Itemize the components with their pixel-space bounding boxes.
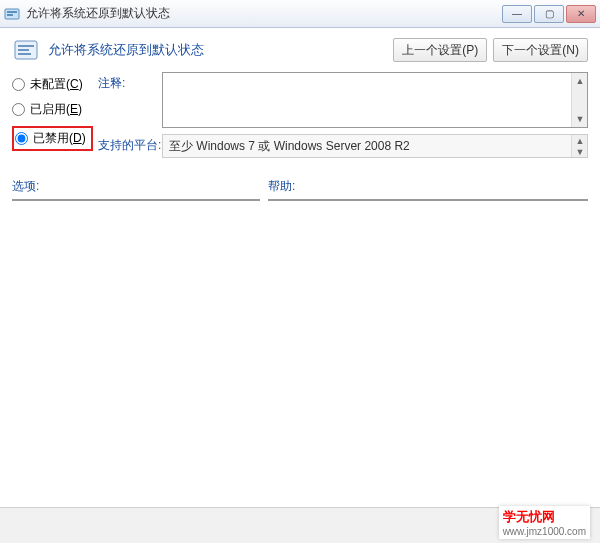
minimize-button[interactable]: —: [502, 5, 532, 23]
policy-icon: [12, 36, 40, 64]
close-button[interactable]: ✕: [566, 5, 596, 23]
svg-rect-4: [18, 45, 34, 47]
svg-rect-2: [7, 14, 13, 16]
maximize-button[interactable]: ▢: [534, 5, 564, 23]
scroll-down-icon[interactable]: ▼: [572, 199, 588, 200]
radio-disabled-input[interactable]: [15, 132, 28, 145]
page-title: 允许将系统还原到默认状态: [48, 41, 393, 59]
watermark-url: www.jmz1000.com: [503, 526, 586, 537]
disabled-highlight: 已禁用(D): [12, 126, 93, 151]
titlebar: 允许将系统还原到默认状态 — ▢ ✕: [0, 0, 600, 28]
options-panel: [12, 199, 260, 201]
state-radio-group: 未配置(C) 已启用(E) 已禁用(D): [12, 72, 98, 164]
help-panel: 要求: 至少 Windows 7 描述: 此策略设置可控制用户是否可访问 “恢复…: [268, 199, 588, 201]
watermark-overlay: 学无忧网 www.jmz1000.com: [499, 506, 590, 539]
help-content: 要求: 至少 Windows 7 描述: 此策略设置可控制用户是否可访问 “恢复…: [269, 200, 571, 201]
scroll-up-icon[interactable]: ▲: [572, 73, 588, 89]
radio-disabled[interactable]: 已禁用(D): [15, 130, 86, 147]
config-area: 未配置(C) 已启用(E) 已禁用(D) 注释: ▲: [0, 72, 600, 172]
help-label: 帮助:: [268, 178, 588, 195]
radio-enabled-input[interactable]: [12, 103, 25, 116]
scroll-up-icon[interactable]: ▲: [572, 200, 588, 201]
comment-scrollbar[interactable]: ▲ ▼: [571, 73, 587, 127]
scroll-down-icon[interactable]: ▼: [572, 146, 588, 157]
comment-textarea[interactable]: ▲ ▼: [162, 72, 588, 128]
app-icon: [4, 6, 20, 22]
previous-setting-button[interactable]: 上一个设置(P): [393, 38, 487, 62]
options-label: 选项:: [12, 178, 260, 195]
radio-not-configured[interactable]: 未配置(C): [12, 76, 98, 93]
header: 允许将系统还原到默认状态 上一个设置(P) 下一个设置(N): [0, 28, 600, 72]
window-title: 允许将系统还原到默认状态: [26, 5, 500, 22]
comment-label: 注释:: [98, 72, 162, 128]
svg-rect-6: [18, 53, 31, 55]
svg-rect-5: [18, 49, 29, 51]
watermark-brand: 学无忧网: [503, 509, 555, 524]
next-setting-button[interactable]: 下一个设置(N): [493, 38, 588, 62]
radio-not-configured-label: 未配置(C): [30, 76, 83, 93]
nav-buttons: 上一个设置(P) 下一个设置(N): [393, 38, 588, 62]
platform-label: 支持的平台:: [98, 134, 162, 158]
platform-value-box: 至少 Windows 7 或 Windows Server 2008 R2 ▲ …: [162, 134, 588, 158]
radio-not-configured-input[interactable]: [12, 78, 25, 91]
radio-enabled[interactable]: 已启用(E): [12, 101, 98, 118]
scroll-up-icon[interactable]: ▲: [572, 135, 588, 146]
scroll-down-icon[interactable]: ▼: [572, 111, 588, 127]
radio-disabled-label: 已禁用(D): [33, 130, 86, 147]
platform-value: 至少 Windows 7 或 Windows Server 2008 R2: [169, 139, 410, 153]
lower-area: 选项: 帮助: 要求: 至少 Windows 7 描述: 此策略设置可控制用户是…: [0, 172, 600, 201]
platform-scrollbar[interactable]: ▲ ▼: [571, 135, 587, 157]
svg-rect-1: [7, 11, 17, 13]
window-controls: — ▢ ✕: [500, 5, 596, 23]
radio-enabled-label: 已启用(E): [30, 101, 82, 118]
